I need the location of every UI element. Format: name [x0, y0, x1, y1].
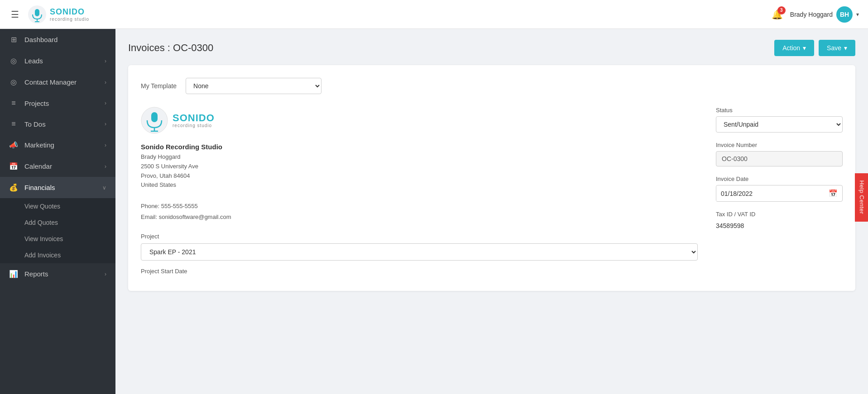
sidebar-item-calendar[interactable]: 📅 Calendar › [0, 156, 115, 177]
email-label: Email: [141, 214, 157, 220]
sidebar-item-label: Dashboard [24, 36, 58, 43]
marketing-chevron-icon: › [105, 142, 106, 148]
company-name: Sonido Recording Studio [141, 143, 698, 151]
navbar: ☰ SONIDO recording studio 🔔 3 Brady Hogg… [0, 0, 868, 29]
sidebar-subitem-add-quotes[interactable]: Add Quotes [0, 214, 115, 231]
sidebar-item-projects[interactable]: ≡ Projects › [0, 93, 115, 114]
tax-id-value: 34589598 [716, 220, 843, 231]
calendar-icon: 📅 [9, 162, 18, 171]
company-address2: Provo, Utah 84604 [141, 171, 698, 181]
invoice-body: SONIDO recording studio Sonido Recording… [141, 107, 843, 278]
hamburger-button[interactable]: ☰ [9, 7, 21, 22]
status-field-group: Status Sent/Unpaid Paid Draft Overdue [716, 107, 843, 133]
navbar-left: ☰ SONIDO recording studio [9, 5, 89, 24]
phone-label: Phone: [141, 203, 159, 209]
status-label: Status [716, 107, 843, 114]
invoice-date-row: 📅 [716, 185, 843, 202]
todos-icon: ≡ [9, 120, 18, 128]
save-button[interactable]: Save ▾ [819, 40, 855, 56]
header-actions: Action ▾ Save ▾ [774, 40, 855, 56]
financials-submenu: View Quotes Add Quotes View Invoices Add… [0, 198, 115, 263]
navbar-right: 🔔 3 Brady Hoggard BH ▾ [772, 6, 859, 23]
financials-chevron-icon: ∨ [102, 185, 106, 191]
sidebar: ⊞ Dashboard ◎ Leads › ◎ Contact Manager … [0, 29, 115, 394]
action-button[interactable]: Action ▾ [774, 40, 814, 56]
sidebar-item-label: Contact Manager [24, 78, 77, 86]
save-chevron-icon: ▾ [844, 44, 847, 52]
sidebar-item-label: Leads [24, 57, 43, 65]
template-label: My Template [141, 82, 177, 90]
main-layout: ⊞ Dashboard ◎ Leads › ◎ Contact Manager … [0, 29, 868, 394]
template-select[interactable]: None Template 1 Template 2 [186, 78, 321, 94]
invoice-number-field-group: Invoice Number [716, 142, 843, 166]
sidebar-item-financials[interactable]: 💰 Financials ∨ [0, 177, 115, 198]
sidebar-item-label: Calendar [24, 162, 52, 170]
logo-area: SONIDO recording studio [28, 5, 89, 24]
page-header: Invoices : OC-0300 Action ▾ Save ▾ [128, 40, 855, 56]
sidebar-item-leads[interactable]: ◎ Leads › [0, 50, 115, 71]
svg-rect-1 [35, 9, 39, 16]
sidebar-subitem-view-quotes[interactable]: View Quotes [0, 198, 115, 214]
page-title: Invoices : OC-0300 [128, 42, 213, 54]
company-logo: SONIDO recording studio [141, 107, 698, 134]
company-country: United States [141, 180, 698, 190]
user-menu[interactable]: Brady Hoggard BH ▾ [790, 6, 859, 23]
invoice-date-input[interactable] [716, 186, 822, 201]
sidebar-item-reports[interactable]: 📊 Reports › [0, 263, 115, 285]
sidebar-item-marketing[interactable]: 📣 Marketing › [0, 134, 115, 156]
help-center-tab[interactable]: Help Center [855, 173, 868, 221]
contact-info: Phone: 555-555-5555 Email: sonidosoftwar… [141, 201, 698, 222]
company-address1: 2500 S University Ave [141, 162, 698, 171]
sidebar-item-contact-manager[interactable]: ◎ Contact Manager › [0, 71, 115, 93]
notification-badge: 3 [777, 6, 786, 14]
invoice-number-input[interactable] [716, 151, 843, 166]
email-value: sonidosoftware@gmail.com [159, 214, 231, 220]
financials-icon: 💰 [9, 183, 18, 192]
company-logo-icon [141, 107, 168, 134]
invoice-number-label: Invoice Number [716, 142, 843, 148]
project-select[interactable]: Spark EP - 2021 Project 2 Project 3 [141, 243, 698, 261]
status-select[interactable]: Sent/Unpaid Paid Draft Overdue [716, 116, 843, 133]
phone-value: 555-555-5555 [161, 203, 198, 209]
sidebar-item-todos[interactable]: ≡ To Dos › [0, 114, 115, 134]
projects-icon: ≡ [9, 99, 18, 107]
calendar-chevron-icon: › [105, 163, 106, 170]
sidebar-item-label: To Dos [24, 120, 46, 128]
user-name: Brady Hoggard [790, 11, 833, 18]
brand-sub: recording studio [173, 123, 215, 128]
calendar-button[interactable]: 📅 [824, 185, 842, 201]
company-contact: Brady Hoggard [141, 152, 698, 162]
project-start-date-label: Project Start Date [141, 268, 698, 275]
brand-sub: recording studio [50, 17, 89, 22]
project-label: Project [141, 233, 698, 240]
leads-chevron-icon: › [105, 58, 106, 64]
sidebar-item-label: Reports [24, 270, 48, 278]
company-phone: Phone: 555-555-5555 [141, 201, 698, 211]
brand-name: SONIDO [173, 113, 215, 123]
company-email: Email: sonidosoftware@gmail.com [141, 212, 698, 222]
brand-name: SONIDO [50, 7, 89, 17]
sidebar-item-label: Projects [24, 100, 49, 107]
logo-icon [28, 5, 46, 24]
bell-button[interactable]: 🔔 3 [772, 9, 783, 20]
company-brand: SONIDO recording studio [173, 113, 215, 128]
projects-chevron-icon: › [105, 100, 106, 106]
sidebar-item-label: Marketing [24, 141, 54, 149]
sidebar-subitem-add-invoices[interactable]: Add Invoices [0, 247, 115, 263]
logo-text: SONIDO recording studio [50, 7, 89, 22]
reports-icon: 📊 [9, 270, 18, 278]
sidebar-item-label: Financials [24, 184, 55, 191]
sidebar-item-dashboard[interactable]: ⊞ Dashboard [0, 29, 115, 50]
marketing-icon: 📣 [9, 141, 18, 149]
invoice-right: Status Sent/Unpaid Paid Draft Overdue In… [716, 107, 843, 278]
tax-id-field-group: Tax ID / VAT ID 34589598 [716, 211, 843, 231]
sidebar-subitem-view-invoices[interactable]: View Invoices [0, 231, 115, 247]
svg-rect-5 [151, 112, 158, 122]
project-section: Project Spark EP - 2021 Project 2 Projec… [141, 233, 698, 275]
invoice-card: My Template None Template 1 Template 2 [128, 65, 855, 291]
invoice-date-label: Invoice Date [716, 176, 843, 182]
invoice-date-field-group: Invoice Date 📅 [716, 176, 843, 202]
contact-manager-icon: ◎ [9, 78, 18, 86]
template-row: My Template None Template 1 Template 2 [141, 78, 843, 94]
content-area: Invoices : OC-0300 Action ▾ Save ▾ My Te… [115, 29, 868, 394]
